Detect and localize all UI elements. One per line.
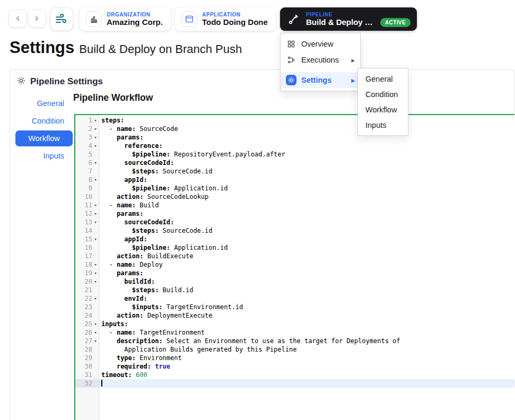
code-line[interactable]: sourceCodeId: — [99, 218, 514, 226]
code-line[interactable]: Application Builds generated by this Pip… — [99, 345, 514, 354]
line-number[interactable]: 27▾ — [75, 337, 99, 345]
editor-gutter: 1▾2▾3▾4▾56▾78▾91011▾12▾13▾1415▾161718▾19… — [75, 115, 99, 420]
code-line[interactable]: $steps: SourceCode.id — [99, 226, 514, 235]
line-number[interactable]: 3▾ — [75, 133, 99, 142]
code-line[interactable] — [99, 379, 514, 388]
fold-arrow-icon[interactable]: ▾ — [92, 125, 99, 133]
line-number[interactable]: 18▾ — [75, 260, 99, 269]
line-number: 32 — [75, 379, 99, 388]
application-card[interactable]: APPLICATION Todo Doing Done — [175, 7, 276, 31]
code-line[interactable]: steps: — [99, 116, 514, 125]
code-line[interactable]: action: BuildExecute — [99, 252, 514, 260]
code-line[interactable]: - name: Build — [99, 201, 514, 209]
forward-button[interactable] — [28, 10, 46, 28]
tab-workflow[interactable]: Workflow — [15, 130, 73, 146]
submenu-item-general[interactable]: General — [358, 71, 408, 86]
executions-flow-icon — [286, 55, 296, 65]
yaml-editor[interactable]: 1▾2▾3▾4▾56▾78▾91011▾12▾13▾1415▾161718▾19… — [74, 114, 514, 420]
submenu-item-workflow[interactable]: Workflow — [358, 102, 408, 117]
code-line[interactable]: $steps: SourceCode.id — [99, 167, 514, 176]
editor-code[interactable]: steps: - name: SourceCode params: refere… — [99, 115, 514, 420]
organization-card[interactable]: ORGANIZATION Amazing Corp. — [80, 7, 171, 31]
fold-arrow-icon[interactable]: ▾ — [92, 116, 99, 125]
submenu-item-condition[interactable]: Condition — [358, 86, 408, 102]
fold-arrow-icon[interactable]: ▾ — [92, 235, 99, 243]
code-line[interactable]: sourceCodeId: — [99, 159, 514, 167]
line-number[interactable]: 2▾ — [75, 125, 99, 133]
line-number[interactable]: 1▾ — [75, 116, 99, 125]
line-number[interactable]: 19▾ — [75, 269, 99, 277]
code-line[interactable]: $pipeline: Application.id — [99, 184, 514, 192]
tab-general[interactable]: General — [15, 94, 73, 112]
code-line[interactable]: inputs: — [99, 320, 514, 328]
line-number[interactable]: 4▾ — [75, 142, 99, 150]
code-line[interactable]: - name: Deploy — [99, 260, 514, 269]
panel-header: Pipeline Settings — [16, 76, 103, 88]
pipeline-card[interactable]: PIPELINE Build & Deploy … ACTIVE — [280, 7, 417, 31]
application-name: Todo Doing Done — [202, 18, 268, 27]
code-line[interactable]: envId: — [99, 294, 514, 303]
fold-arrow-icon[interactable]: ▾ — [92, 294, 99, 303]
code-line[interactable]: params: — [99, 269, 514, 277]
line-number[interactable]: 13▾ — [75, 218, 99, 226]
fold-arrow-icon[interactable]: ▾ — [92, 133, 99, 142]
menu-item-label: Settings — [301, 76, 331, 84]
fold-arrow-icon[interactable]: ▾ — [92, 328, 99, 337]
line-number[interactable]: 15▾ — [75, 235, 99, 243]
tab-condition[interactable]: Condition — [15, 112, 73, 129]
back-button[interactable] — [8, 10, 27, 28]
line-number: 31 — [75, 371, 99, 379]
line-number: 14 — [75, 226, 99, 235]
code-line[interactable]: - name: TargetEnvironment — [99, 328, 514, 337]
line-number[interactable]: 20▾ — [75, 277, 99, 286]
code-line[interactable]: params: — [99, 133, 514, 142]
fold-arrow-icon[interactable]: ▾ — [92, 176, 99, 184]
fold-arrow-icon[interactable]: ▾ — [92, 209, 99, 218]
line-number: 29 — [75, 354, 99, 362]
code-line[interactable]: $pipeline: RepositoryEvent.payload.after — [99, 150, 514, 159]
code-line[interactable]: appId: — [99, 176, 514, 184]
fold-arrow-icon[interactable]: ▾ — [92, 218, 99, 226]
code-line[interactable]: action: DeploymentExecute — [99, 311, 514, 320]
menu-item-executions[interactable]: Executions ▸ — [281, 52, 360, 68]
code-line[interactable]: - name: SourceCode — [99, 125, 514, 133]
line-number[interactable]: 8▾ — [75, 176, 99, 184]
fold-arrow-icon[interactable]: ▾ — [92, 337, 99, 345]
menu-item-overview[interactable]: Overview — [281, 36, 360, 52]
line-number[interactable]: 22▾ — [75, 294, 99, 303]
line-number: 23 — [75, 303, 99, 311]
fold-arrow-icon[interactable]: ▾ — [92, 277, 99, 286]
line-number[interactable]: 11▾ — [75, 201, 99, 209]
line-number: 5 — [75, 150, 99, 159]
submenu-item-inputs[interactable]: Inputs — [358, 117, 408, 133]
code-line[interactable]: buildId: — [99, 277, 514, 286]
code-line[interactable]: action: SourceCodeLookup — [99, 192, 514, 201]
fold-arrow-icon[interactable]: ▾ — [92, 320, 99, 328]
home-logo-button[interactable] — [50, 7, 73, 31]
code-line[interactable]: $inputs: TargetEnvironment.id — [99, 303, 514, 311]
menu-item-settings[interactable]: Settings ▸ — [281, 72, 360, 88]
fold-arrow-icon[interactable]: ▾ — [92, 159, 99, 167]
code-line[interactable]: required: true — [99, 362, 514, 371]
tab-inputs[interactable]: Inputs — [15, 147, 73, 164]
code-line[interactable]: description: Select an Environment to us… — [99, 337, 514, 345]
line-number: 21 — [75, 286, 99, 294]
code-line[interactable]: $steps: Build.id — [99, 286, 514, 294]
fold-arrow-icon[interactable]: ▾ — [92, 201, 99, 209]
line-number[interactable]: 12▾ — [75, 209, 99, 218]
code-line[interactable]: $pipeline: Application.id — [99, 243, 514, 252]
line-number[interactable]: 25▾ — [75, 320, 99, 328]
code-line[interactable]: timeout: 600 — [99, 371, 514, 379]
fold-arrow-icon[interactable]: ▾ — [92, 260, 99, 269]
fold-arrow-icon[interactable]: ▾ — [92, 142, 99, 150]
code-line[interactable]: type: Environment — [99, 354, 514, 362]
settings-submenu: General Condition Workflow Inputs — [357, 68, 408, 136]
fold-arrow-icon[interactable]: ▾ — [92, 269, 99, 277]
page-subtitle: Build & Deploy on Branch Push — [79, 42, 242, 56]
code-line[interactable]: params: — [99, 209, 514, 218]
line-number: 30 — [75, 362, 99, 371]
line-number[interactable]: 6▾ — [75, 159, 99, 167]
line-number[interactable]: 26▾ — [75, 328, 99, 337]
code-line[interactable]: appId: — [99, 235, 514, 243]
code-line[interactable]: reference: — [99, 142, 514, 150]
